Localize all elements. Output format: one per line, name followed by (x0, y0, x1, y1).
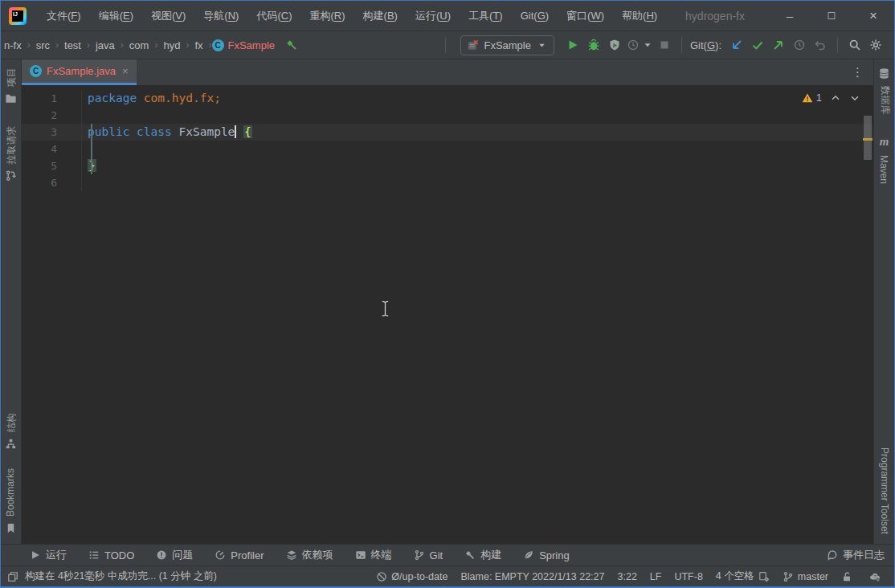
line-number[interactable]: 6 (22, 174, 81, 191)
tool-stripe-button[interactable]: 项目 (1, 67, 22, 104)
tool-window-icon (355, 549, 366, 561)
breadcrumb-item[interactable]: java (96, 39, 115, 51)
warning-count[interactable]: 1 (816, 92, 822, 104)
bottom-tool-window-bar: 运行 TODO 问题 Profiler (1, 544, 894, 566)
menu-item[interactable]: 代码(C) (247, 1, 300, 31)
breadcrumb-item[interactable]: hyd (163, 39, 180, 51)
tool-window-button[interactable]: 终端 (355, 548, 392, 562)
tool-window-button[interactable]: Spring (523, 549, 570, 561)
status-bar-widget[interactable]: 3:22 (618, 571, 637, 582)
breadcrumb-class-item[interactable]: C FxSample (212, 39, 276, 51)
status-bar-widget[interactable] (841, 571, 856, 582)
class-icon: C (30, 65, 42, 77)
git-history-button[interactable] (789, 35, 810, 55)
menu-item[interactable]: 窗口(W) (558, 1, 613, 31)
event-log-icon (827, 549, 838, 561)
tool-window-button[interactable]: Git (414, 549, 443, 561)
status-bar-widget[interactable]: 4 个空格 (716, 570, 770, 583)
menu-item[interactable]: 文件(F) (38, 1, 90, 31)
code-line[interactable]: 1package com.hyd.fx; (22, 90, 873, 107)
code-text: package com.hyd.fx; (81, 90, 873, 107)
toolbar-separator (681, 37, 682, 53)
breadcrumb-item[interactable]: test (64, 39, 81, 51)
breadcrumb-item[interactable]: fx (194, 39, 202, 51)
git-commit-button[interactable] (747, 35, 768, 55)
breadcrumb-item[interactable]: src (36, 39, 50, 51)
tool-stripe-button[interactable]: Bookmarks (1, 468, 22, 534)
status-message: 构建在 4秒21毫秒 中成功完... (1 分钟 之前) (7, 570, 217, 583)
tool-window-button[interactable]: 构建 (464, 548, 501, 562)
run-configuration-select[interactable]: FxSample (460, 35, 554, 55)
code-text (81, 107, 873, 124)
git-rollback-button[interactable] (810, 35, 831, 55)
code-line[interactable]: 5} (22, 157, 873, 174)
tool-window-button[interactable]: Profiler (215, 549, 264, 561)
search-everywhere-button[interactable] (844, 35, 865, 55)
next-problem-chevron-down-icon[interactable] (849, 92, 860, 104)
status-bar-widget[interactable]: Ø/up-to-date (376, 571, 448, 582)
event-log-button[interactable]: 事件日志 (827, 548, 885, 562)
menu-item[interactable]: Git(G) (512, 1, 558, 31)
line-number[interactable]: 1 (22, 90, 81, 107)
menu-item[interactable]: 构建(B) (354, 1, 407, 31)
debug-button[interactable] (583, 35, 604, 55)
error-stripe-warning-mark[interactable] (863, 138, 873, 141)
status-message-text: 构建在 4秒21毫秒 中成功完... (1 分钟 之前) (25, 570, 217, 583)
breadcrumb-item[interactable]: com (129, 39, 149, 51)
tab-options-kebab-icon[interactable]: ⋮ (842, 59, 873, 85)
tool-window-button[interactable]: 问题 (156, 548, 193, 562)
maximize-button[interactable]: ☐ (811, 1, 852, 31)
editor-tab[interactable]: C FxSample.java × (22, 59, 137, 85)
build-hammer-button[interactable] (281, 35, 302, 55)
tab-close-icon[interactable]: × (122, 65, 129, 77)
settings-gear-button[interactable] (865, 35, 886, 55)
code-line[interactable]: 2 (22, 107, 873, 124)
code-line[interactable]: 4 (22, 141, 873, 157)
profiler-dropdown-icon[interactable] (641, 35, 654, 55)
tool-window-icon (88, 549, 100, 561)
close-button[interactable]: × (852, 1, 894, 31)
menu-item[interactable]: 运行(U) (407, 1, 460, 31)
stop-button[interactable] (654, 35, 675, 55)
tool-window-button[interactable]: 运行 (30, 548, 67, 562)
menu-item[interactable]: 编辑(E) (90, 1, 142, 31)
line-number[interactable]: 2 (22, 107, 81, 124)
code-text: public class FxSample { (81, 124, 873, 141)
code-line[interactable]: 3public class FxSample { (22, 124, 873, 141)
prev-problem-chevron-up-icon[interactable] (830, 92, 841, 104)
tool-window-button[interactable]: 依赖项 (286, 548, 333, 562)
tool-stripe-button[interactable]: 结构 (1, 413, 22, 450)
tool-stripe-button[interactable]: Programmer Toolset (874, 447, 895, 534)
menu-item[interactable]: 导航(N) (194, 1, 247, 31)
tool-stripe-button[interactable]: m Maven (874, 135, 895, 184)
git-push-button[interactable] (768, 35, 789, 55)
status-bar-widget[interactable]: Blame: EMPTY 2022/1/13 22:27 (460, 571, 604, 582)
line-number[interactable]: 4 (22, 141, 81, 157)
profiler-button[interactable] (625, 35, 641, 55)
tool-stripe-button[interactable]: 拉取请求 (1, 125, 22, 182)
status-bar-widget[interactable]: ? (869, 571, 885, 582)
breadcrumb-item[interactable]: n-fx (4, 39, 22, 51)
status-bar-widget[interactable]: LF (650, 571, 662, 582)
chevron-right-icon: › (27, 39, 31, 51)
status-bar-widget[interactable]: master (783, 571, 828, 582)
menu-item[interactable]: 帮助(H) (613, 1, 666, 31)
tool-window-icon (523, 549, 534, 561)
status-bar-widget[interactable]: UTF-8 (674, 571, 702, 582)
code-editor[interactable]: 1package com.hyd.fx;23public class FxSam… (22, 85, 873, 544)
menu-item[interactable]: 重构(R) (301, 1, 354, 31)
tool-stripe-button[interactable]: 数据库 (874, 67, 895, 114)
tool-window-switcher-icon[interactable] (7, 571, 18, 582)
right-tool-stripe: 数据库 m Maven Programmer Toolset (873, 59, 894, 544)
breadcrumb-class-label: FxSample (228, 39, 276, 51)
code-line[interactable]: 6 (22, 174, 873, 191)
minimize-button[interactable]: – (769, 1, 811, 31)
line-number[interactable]: 3 (22, 124, 81, 141)
run-button[interactable] (562, 35, 583, 55)
tool-window-button[interactable]: TODO (88, 549, 134, 561)
menu-item[interactable]: 视图(V) (142, 1, 194, 31)
menu-item[interactable]: 工具(T) (460, 1, 512, 31)
run-with-coverage-button[interactable] (604, 35, 625, 55)
line-number[interactable]: 5 (22, 157, 81, 174)
git-update-button[interactable] (726, 35, 747, 55)
